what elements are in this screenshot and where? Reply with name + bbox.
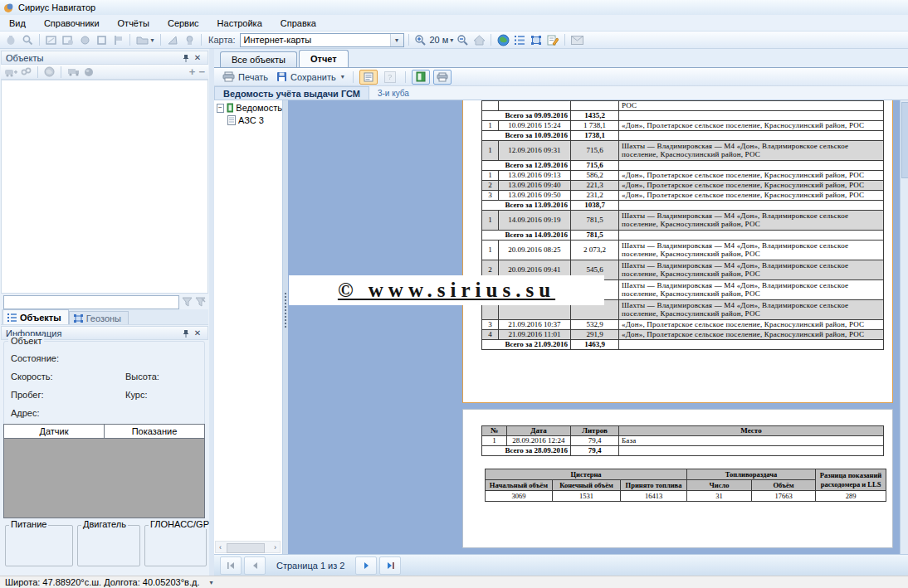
close-icon[interactable]: ✕ <box>192 53 203 62</box>
parameters-toggle-button[interactable] <box>359 70 378 85</box>
layers-dropdown-icon[interactable]: ▾ <box>134 33 156 47</box>
tab-objects[interactable]: Объекты <box>2 309 69 324</box>
print-button[interactable]: Печать <box>220 70 271 83</box>
menu-spravochniki[interactable]: Справочники <box>35 16 109 31</box>
circle-tool-icon[interactable] <box>77 33 92 47</box>
sphere-icon[interactable] <box>84 67 94 77</box>
value-col-header[interactable]: Показание <box>105 425 204 438</box>
cell: 13.09.2016 09:13 <box>499 170 571 180</box>
report-vertical-scrollbar[interactable] <box>900 100 908 554</box>
map-select-icon[interactable] <box>44 33 59 47</box>
total-row: Всего за 28.09.2016 79,4 <box>482 446 884 456</box>
tab-report-cubes[interactable]: 3-и куба <box>369 86 417 100</box>
objects-tree[interactable] <box>1 80 208 294</box>
report-canvas[interactable]: РОСВсего за 09.09.20161435,2110.09.2016 … <box>288 100 908 554</box>
zoom-in-icon[interactable] <box>413 33 428 47</box>
total-row: Всего за 10.09.20161738,1 <box>482 130 884 140</box>
left-sidebar: Объекты ✕ + − Объекты <box>0 49 209 576</box>
notes-icon[interactable] <box>545 33 560 47</box>
scroll-left-icon[interactable]: ‹ <box>216 543 225 552</box>
sensor-col-header[interactable]: Датчик <box>4 425 105 438</box>
tree-item-root[interactable]: − Ведомость <box>217 103 282 113</box>
close-icon[interactable]: ✕ <box>192 328 203 338</box>
objects-filter-input[interactable] <box>3 295 179 309</box>
base-report-table: № Дата Литров Место 1 28.09.2016 12:24 7… <box>481 425 884 456</box>
toolbar-separator <box>564 34 565 46</box>
search-icon[interactable] <box>20 33 35 47</box>
save-dropdown-icon[interactable]: ▾ <box>341 73 344 80</box>
chevron-down-icon[interactable]: ▾ <box>390 34 403 46</box>
save-label: Сохранить <box>290 72 336 82</box>
scrollbar-thumb[interactable] <box>901 102 908 178</box>
status-dropdown-icon[interactable]: ▾ <box>209 579 212 586</box>
rectangle-tool-icon[interactable] <box>94 33 109 47</box>
sensor-table-header: Датчик Показание <box>4 425 204 439</box>
window-title: Сириус Навигатор <box>18 2 95 12</box>
menu-servis[interactable]: Сервис <box>159 16 208 31</box>
cell: Всего за 13.09.2016 <box>482 200 571 210</box>
zoom-plus-icon[interactable]: + <box>189 68 196 76</box>
last-page-button[interactable] <box>379 556 401 575</box>
coordinates-status: Широта: 47.88920°с.ш. Долгота: 40.05203°… <box>5 577 199 587</box>
envelope-icon[interactable] <box>569 33 584 47</box>
save-button[interactable]: Сохранить ▾ <box>274 70 347 83</box>
object-list-icon[interactable] <box>512 33 527 47</box>
total-row: Всего за 21.09.20161463,9 <box>482 339 884 349</box>
glonass-gps-group-label: ГЛОНАСС/GPS <box>149 519 217 529</box>
cell: Шахты — Владимировская — М4 «Дон», Влади… <box>619 240 884 260</box>
value-cell: 3069 <box>486 491 553 502</box>
tree-horizontal-scrollbar[interactable]: ‹ › <box>215 541 281 553</box>
total-row: Всего за 14.09.2016781,5 <box>482 230 884 240</box>
tree-item-child[interactable]: АЗС 3 <box>227 115 282 125</box>
group-header-cell: Разница показаний расходомера и LLS <box>816 469 886 491</box>
menu-spravka[interactable]: Справка <box>271 16 325 31</box>
map-edit-icon[interactable] <box>61 33 76 47</box>
pin-icon[interactable] <box>180 329 192 338</box>
pin-icon[interactable] <box>180 54 192 62</box>
globe-icon[interactable] <box>495 33 510 47</box>
clear-filter-icon[interactable] <box>195 297 206 307</box>
toolbar-separator <box>39 34 40 46</box>
help-button[interactable]: ? <box>381 70 399 85</box>
report-toolbar: Печать Сохранить ▾ ? <box>214 68 908 86</box>
tab-report-gsm[interactable]: Ведомость учёта выдачи ГСМ <box>214 86 369 100</box>
prev-page-button[interactable] <box>244 556 266 575</box>
print-layout-button[interactable] <box>433 70 452 85</box>
filter-icon[interactable] <box>182 297 193 307</box>
menu-otchety[interactable]: Отчёты <box>109 16 159 31</box>
ruler-icon[interactable] <box>165 33 180 47</box>
globe-gray-icon[interactable] <box>44 66 55 77</box>
page-view-button[interactable] <box>412 70 430 85</box>
add-vehicle-icon[interactable] <box>4 67 17 77</box>
home-icon[interactable] <box>471 33 486 47</box>
zoom-level-dropdown[interactable]: 20 м▾ <box>430 35 454 45</box>
collapse-icon[interactable]: − <box>217 104 224 113</box>
zoom-out-icon[interactable] <box>455 33 470 47</box>
tab-all-objects[interactable]: Все объекты <box>220 51 297 67</box>
tab-report[interactable]: Отчет <box>299 50 349 67</box>
map-source-select[interactable]: Интернет-карты ▾ <box>240 33 404 47</box>
pan-icon[interactable] <box>3 33 18 47</box>
tab-geozones[interactable]: Геозоны <box>69 311 129 324</box>
scroll-right-icon[interactable]: › <box>271 543 280 552</box>
objects-filter-row <box>1 294 208 309</box>
truck-icon[interactable] <box>67 67 81 76</box>
cell: Шахты — Владимировская — М4 «Дон», Влади… <box>619 260 884 279</box>
last-page-icon <box>386 561 395 570</box>
measure-icon[interactable] <box>182 33 197 47</box>
cell-liters: 79,4 <box>571 436 619 446</box>
scrollbar-thumb[interactable] <box>227 543 265 553</box>
report-row: 213.09.2016 09:40221,3«Дон», Пролетарско… <box>482 180 884 190</box>
geozone-icon[interactable] <box>529 33 544 47</box>
print-label: Печать <box>238 72 268 82</box>
next-page-button[interactable] <box>355 556 377 575</box>
link-icon[interactable] <box>21 67 32 76</box>
flag-tool-icon[interactable] <box>110 33 125 47</box>
app-icon <box>3 2 14 13</box>
cell: 2 073,2 <box>571 240 619 260</box>
zoom-minus-icon[interactable]: − <box>198 68 205 76</box>
first-page-button[interactable] <box>220 556 242 575</box>
menu-vid[interactable]: Вид <box>0 16 35 31</box>
zoom-level-value: 20 м <box>430 35 449 45</box>
menu-nastroyka[interactable]: Настройка <box>208 16 271 31</box>
